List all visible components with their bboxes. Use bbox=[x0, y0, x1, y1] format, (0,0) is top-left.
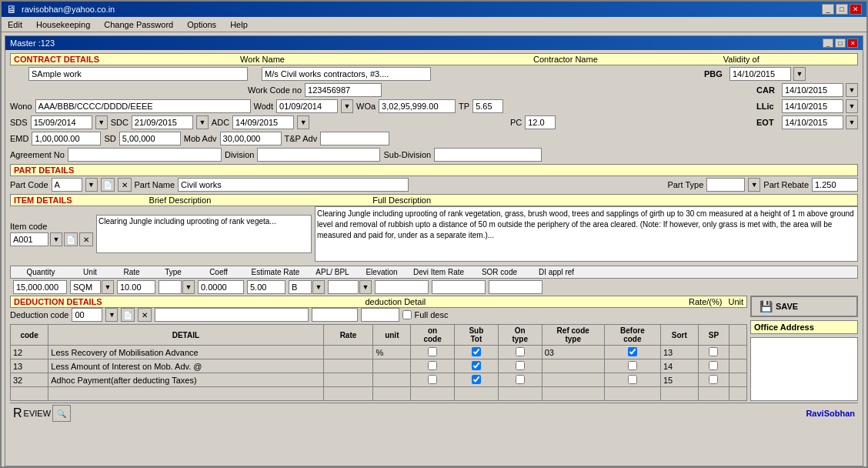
deduction-new-icon[interactable]: 📄 bbox=[121, 308, 135, 322]
quantity-input[interactable]: 15,000.000 bbox=[13, 280, 67, 294]
col-before-code: Beforecode bbox=[604, 325, 660, 346]
review-search-button[interactable]: 🔍 bbox=[52, 405, 71, 422]
type-dropdown[interactable]: ▼ bbox=[182, 280, 195, 294]
item-details-header: ITEM DETAILS Brief Description Full Desc… bbox=[10, 194, 858, 206]
woa-input[interactable]: 3,02,95,999.00 bbox=[379, 99, 456, 113]
inner-close[interactable]: ✕ bbox=[847, 38, 858, 48]
validity-llic-input[interactable]: 14/10/2015 bbox=[782, 99, 843, 113]
deduction-detail-input[interactable] bbox=[155, 308, 309, 322]
inner-maximize[interactable]: □ bbox=[835, 38, 846, 48]
menu-change-password[interactable]: Change Password bbox=[101, 19, 176, 30]
row2-rate bbox=[323, 359, 373, 373]
deduction-detail-label: deduction Detail bbox=[108, 297, 683, 306]
sds-dropdown[interactable]: ▼ bbox=[95, 115, 108, 129]
unit-header: Unit bbox=[71, 268, 109, 276]
inner-minimize[interactable]: _ bbox=[823, 38, 833, 48]
di-appl-ref-input[interactable] bbox=[489, 280, 542, 294]
part-code-delete-icon[interactable]: ✕ bbox=[118, 178, 132, 192]
menu-options[interactable]: Options bbox=[184, 19, 219, 30]
deduction-table-body: 12 Less Recovery of Mobilisation Advance… bbox=[11, 346, 747, 401]
work-name-input[interactable]: SAmple work bbox=[28, 67, 248, 81]
close-button[interactable]: ✕ bbox=[850, 4, 862, 15]
coeff-input[interactable]: 0.0000 bbox=[198, 280, 244, 294]
sd-input[interactable]: 5,00,000 bbox=[119, 132, 181, 145]
minimize-button[interactable]: _ bbox=[822, 4, 834, 15]
type-input[interactable] bbox=[159, 280, 182, 294]
inner-window: Master :123 _ □ ✕ CONTRACT DETAILS Work … bbox=[5, 35, 863, 466]
part-code-new-icon[interactable]: 📄 bbox=[101, 178, 115, 192]
sub-division-input[interactable] bbox=[434, 148, 542, 162]
estimate-rate-input[interactable]: 5.00 bbox=[247, 280, 285, 294]
part-type-input[interactable] bbox=[706, 178, 745, 192]
validity-pbg-dropdown[interactable]: ▼ bbox=[793, 67, 806, 81]
part-name-input[interactable]: Civil works bbox=[178, 178, 409, 192]
sdc-label: SDC bbox=[111, 118, 129, 127]
table-row: 12 Less Recovery of Mobilisation Advance… bbox=[11, 346, 747, 359]
wono-input[interactable]: AAA/BBB/CCCC/DDDD/EEEE bbox=[35, 99, 251, 113]
row2-ref-code bbox=[542, 359, 604, 373]
sdc-dropdown[interactable]: ▼ bbox=[196, 115, 209, 129]
validity-eot-dropdown[interactable]: ▼ bbox=[846, 115, 858, 129]
save-button[interactable]: 💾 SAVE bbox=[750, 296, 858, 317]
agreement-no-input[interactable] bbox=[68, 148, 222, 162]
col-sp: SP bbox=[698, 325, 729, 346]
adc-dropdown[interactable]: ▼ bbox=[297, 115, 309, 129]
wodt-input[interactable]: 01/09/2014 bbox=[276, 99, 338, 113]
unit-dropdown[interactable]: ▼ bbox=[102, 280, 114, 294]
deduction-unit-input[interactable] bbox=[361, 308, 399, 322]
sor-code-input[interactable] bbox=[432, 280, 486, 294]
sdc-input[interactable]: 21/09/2015 bbox=[132, 115, 193, 129]
item-code-dropdown[interactable]: ▼ bbox=[50, 232, 62, 246]
devi-item-rate-input[interactable] bbox=[375, 280, 429, 294]
elevation-dropdown[interactable]: ▼ bbox=[359, 280, 372, 294]
tp-adv-input[interactable] bbox=[320, 132, 389, 145]
deduction-delete-icon[interactable]: ✕ bbox=[138, 308, 152, 322]
menu-housekeeping[interactable]: Housekeeping bbox=[33, 19, 93, 30]
row-deduction-code: Deduction code 00 ▼ 📄 ✕ Full desc bbox=[10, 308, 747, 322]
menu-edit[interactable]: Edit bbox=[5, 19, 25, 30]
wodt-dropdown[interactable]: ▼ bbox=[341, 99, 353, 113]
deduction-rate-input[interactable] bbox=[312, 308, 358, 322]
row2-sp bbox=[698, 359, 729, 373]
deduction-header: DEDUCTION DETAILS bbox=[14, 297, 102, 306]
unit-input[interactable]: SQM bbox=[70, 280, 101, 294]
apl-bpl-input[interactable]: B bbox=[289, 280, 312, 294]
work-code-input[interactable]: 123456987 bbox=[305, 83, 382, 97]
full-desc-checkbox[interactable] bbox=[402, 310, 412, 319]
rate-input[interactable]: 10.00 bbox=[117, 280, 155, 294]
mob-adv-input[interactable]: 30,00,000 bbox=[220, 132, 282, 145]
emd-input[interactable]: 1,00,000.00 bbox=[32, 132, 101, 145]
contractor-name-input[interactable]: M/s Civil works contractors, #3.... bbox=[262, 67, 431, 81]
deduction-section: DEDUCTION DETAILS deduction Detail Rate/… bbox=[10, 296, 858, 401]
item-code-delete-icon[interactable]: ✕ bbox=[79, 232, 93, 246]
item-code-new-icon[interactable]: 📄 bbox=[64, 232, 78, 246]
adc-input[interactable]: 14/09/2015 bbox=[232, 115, 294, 129]
deduction-code-input[interactable]: 00 bbox=[72, 308, 102, 322]
pc-input[interactable]: 12.0 bbox=[525, 115, 556, 129]
apl-bpl-dropdown[interactable]: ▼ bbox=[312, 280, 325, 294]
part-code-label: Part Code bbox=[10, 180, 48, 189]
division-input[interactable] bbox=[257, 148, 380, 162]
elevation-input[interactable] bbox=[328, 280, 359, 294]
validity-car-input[interactable]: 14/10/2015 bbox=[782, 83, 843, 97]
part-code-input[interactable]: A bbox=[52, 178, 82, 192]
row2-on-code bbox=[411, 359, 455, 373]
deduction-left: DEDUCTION DETAILS deduction Detail Rate/… bbox=[10, 296, 747, 401]
menu-help[interactable]: Help bbox=[227, 19, 251, 30]
item-code-input[interactable]: A001 bbox=[10, 232, 48, 246]
row1-sp bbox=[698, 346, 729, 359]
tp-input[interactable]: 5.65 bbox=[472, 99, 503, 113]
maximize-button[interactable]: □ bbox=[836, 4, 848, 15]
part-type-dropdown[interactable]: ▼ bbox=[748, 178, 760, 192]
row-part-details: Part Code A ▼ 📄 ✕ Part Name Civil works … bbox=[10, 178, 858, 192]
deduction-code-dropdown[interactable]: ▼ bbox=[105, 308, 118, 322]
part-rebate-input[interactable]: 1.250 bbox=[812, 178, 858, 192]
row1-scroll bbox=[729, 346, 747, 359]
row3-before-code bbox=[604, 373, 660, 387]
validity-eot-input[interactable]: 14/10/2015 bbox=[782, 115, 843, 129]
sds-input[interactable]: 15/09/2014 bbox=[31, 115, 92, 129]
validity-llic-dropdown[interactable]: ▼ bbox=[846, 99, 858, 113]
validity-car-dropdown[interactable]: ▼ bbox=[846, 83, 858, 97]
validity-pbg-input[interactable]: 14/10/2015 bbox=[729, 67, 791, 81]
part-code-dropdown[interactable]: ▼ bbox=[85, 178, 98, 192]
